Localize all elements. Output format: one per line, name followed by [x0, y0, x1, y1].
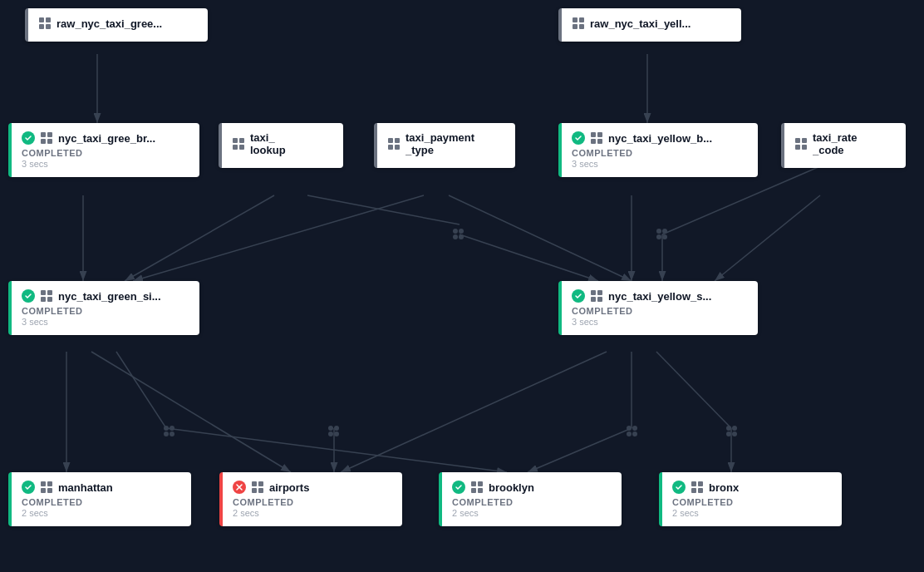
status-badge: COMPLETED [572, 306, 748, 316]
node-taxi-lookup[interactable]: taxi_lookup [219, 123, 343, 168]
svg-point-33 [459, 229, 464, 234]
node-title: raw_nyc_taxi_yell... [590, 17, 731, 30]
svg-line-20 [528, 428, 632, 472]
duration: 3 secs [22, 317, 189, 327]
svg-point-38 [662, 229, 667, 234]
node-title: raw_nyc_taxi_gree... [57, 17, 198, 30]
svg-point-43 [328, 431, 333, 436]
node-taxi-payment[interactable]: taxi_payment_type [374, 123, 515, 168]
node-header: brooklyn [452, 481, 612, 494]
status-badge: COMPLETED [452, 497, 612, 507]
svg-point-24 [632, 431, 637, 436]
status-icon-success [672, 481, 686, 494]
status-icon-success [572, 289, 585, 303]
svg-point-17 [170, 431, 174, 436]
node-nyc-green-si[interactable]: nyc_taxi_green_si... COMPLETED 3 secs [8, 281, 199, 335]
status-badge: COMPLETED [22, 148, 189, 158]
table-icon [794, 137, 808, 150]
node-header: taxi_lookup [232, 131, 333, 156]
svg-line-6 [133, 195, 424, 281]
node-raw-yellow[interactable]: raw_nyc_taxi_yell... [558, 8, 741, 42]
svg-point-36 [656, 229, 661, 234]
table-icon [691, 481, 704, 494]
table-icon [40, 289, 53, 303]
svg-point-34 [459, 234, 464, 239]
svg-point-30 [732, 431, 737, 436]
svg-point-37 [656, 234, 661, 239]
node-bronx[interactable]: bronx COMPLETED 2 secs [659, 472, 842, 526]
node-airports[interactable]: airports COMPLETED 2 secs [219, 472, 402, 526]
svg-point-42 [328, 426, 333, 431]
status-badge: COMPLETED [672, 497, 832, 507]
table-icon [40, 481, 53, 494]
svg-point-28 [726, 431, 731, 436]
svg-line-7 [449, 195, 632, 281]
status-icon-success [22, 131, 35, 145]
node-title: nyc_taxi_gree_br... [58, 132, 189, 145]
svg-point-14 [164, 426, 169, 431]
table-icon [40, 131, 53, 145]
table-icon [590, 289, 603, 303]
svg-line-4 [125, 195, 274, 281]
node-title: nyc_taxi_yellow_b... [608, 132, 748, 145]
node-nyc-yellow-b[interactable]: nyc_taxi_yellow_b... COMPLETED 3 secs [558, 123, 758, 177]
svg-point-39 [662, 234, 667, 239]
node-nyc-green-br[interactable]: nyc_taxi_gree_br... COMPLETED 3 secs [8, 123, 199, 177]
svg-point-15 [164, 431, 169, 436]
table-icon [572, 17, 585, 30]
duration: 2 secs [22, 508, 181, 518]
table-icon [38, 17, 52, 30]
node-header: manhattan [22, 481, 181, 494]
status-icon-success [22, 289, 35, 303]
node-header: nyc_taxi_gree_br... [22, 131, 189, 145]
node-brooklyn[interactable]: brooklyn COMPLETED 2 secs [439, 472, 622, 526]
node-header: bronx [672, 481, 832, 494]
status-badge: COMPLETED [22, 306, 189, 316]
svg-point-44 [334, 426, 339, 431]
duration: 2 secs [233, 508, 392, 518]
node-title: taxi_rate_code [813, 131, 896, 156]
node-title: taxi_lookup [250, 131, 333, 156]
svg-point-45 [334, 431, 339, 436]
node-header: raw_nyc_taxi_yell... [572, 17, 731, 30]
svg-line-25 [656, 352, 731, 428]
node-title: bronx [709, 481, 832, 494]
svg-line-12 [116, 352, 166, 428]
svg-point-16 [170, 426, 174, 431]
node-nyc-yellow-s[interactable]: nyc_taxi_yellow_s... COMPLETED 3 secs [558, 281, 758, 335]
table-icon [251, 481, 264, 494]
node-title: taxi_payment_type [405, 131, 505, 156]
dag-canvas: raw_nyc_taxi_gree... raw_nyc_taxi_yell..… [0, 0, 924, 572]
status-icon-error [233, 481, 246, 494]
duration: 2 secs [452, 508, 612, 518]
svg-point-29 [732, 426, 737, 431]
node-header: nyc_taxi_yellow_s... [572, 289, 748, 303]
status-badge: COMPLETED [22, 497, 181, 507]
svg-line-11 [91, 352, 291, 472]
node-header: raw_nyc_taxi_gree... [38, 17, 198, 30]
svg-point-27 [726, 426, 731, 431]
svg-line-5 [307, 195, 460, 224]
duration: 3 secs [572, 159, 748, 169]
duration: 2 secs [672, 508, 832, 518]
status-icon-success [452, 481, 465, 494]
svg-point-21 [627, 426, 632, 431]
node-manhattan[interactable]: manhattan COMPLETED 2 secs [8, 472, 191, 526]
node-title: nyc_taxi_yellow_s... [608, 290, 748, 303]
node-title: manhattan [58, 481, 181, 494]
node-taxi-rate[interactable]: taxi_rate_code [781, 123, 906, 168]
svg-point-32 [453, 234, 458, 239]
status-badge: COMPLETED [572, 148, 748, 158]
svg-point-22 [627, 431, 632, 436]
node-title: brooklyn [489, 481, 612, 494]
svg-line-13 [166, 428, 507, 472]
node-header: nyc_taxi_yellow_b... [572, 131, 748, 145]
svg-point-23 [632, 426, 637, 431]
table-icon [590, 131, 603, 145]
node-header: nyc_taxi_green_si... [22, 289, 189, 303]
node-raw-green[interactable]: raw_nyc_taxi_gree... [25, 8, 208, 42]
node-header: taxi_payment_type [387, 131, 505, 156]
svg-line-9 [715, 195, 820, 281]
table-icon [232, 137, 245, 150]
duration: 3 secs [572, 317, 748, 327]
